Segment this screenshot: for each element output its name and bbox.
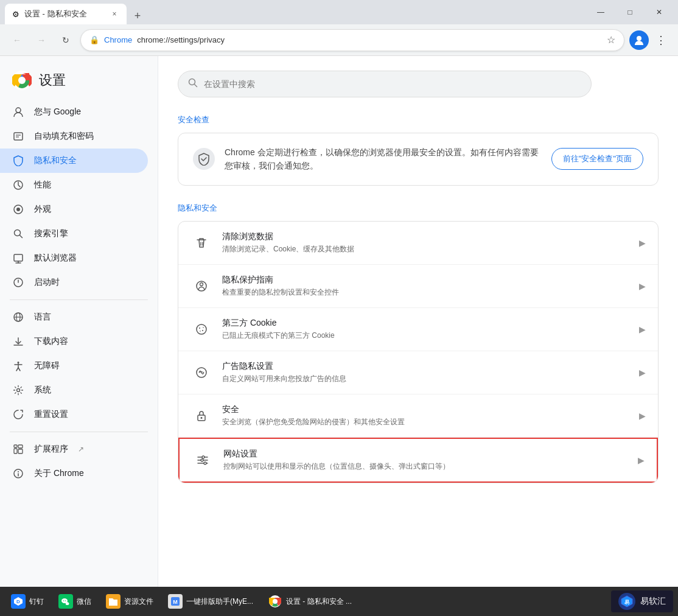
files-icon (106, 594, 121, 609)
google-icon (12, 106, 24, 118)
taskbar-chrome-settings[interactable]: 设置 - 隐私和安全 ... (262, 590, 358, 613)
sidebar-item-performance[interactable]: 性能 (0, 173, 148, 197)
sidebar-item-about[interactable]: 关于 Chrome (0, 461, 148, 486)
performance-icon (12, 179, 24, 191)
search-icon (188, 78, 198, 90)
active-tab[interactable]: ⚙ 设置 - 隐私和安全 × (5, 4, 127, 24)
settings-search-bar[interactable] (178, 71, 592, 97)
sidebar-divider-2 (10, 432, 148, 432)
privacy-item-security[interactable]: 安全 安全浏览（保护您免受危险网站的侵害）和其他安全设置 ▶ (178, 394, 658, 438)
privacy-item-privacy-guide[interactable]: 隐私保护指南 检查重要的隐私控制设置和安全控件 ▶ (178, 265, 658, 308)
address-bar[interactable]: 🔒 Chrome chrome://settings/privacy ☆ (80, 29, 624, 51)
close-button[interactable]: ✕ (645, 2, 673, 22)
privacy-item-ad-privacy[interactable]: 广告隐私设置 自定义网站可用来向您投放广告的信息 ▶ (178, 351, 658, 394)
taskbar-dingding[interactable]: D 钉钉 (5, 590, 50, 613)
sidebar-item-extensions-label: 扩展程序 (34, 444, 68, 455)
nav-right: ⋮ (629, 30, 671, 50)
svg-point-63 (65, 600, 66, 601)
sidebar: 设置 您与 Google 自动填充和密码 隐私和安全 (0, 56, 158, 587)
sidebar-title: 设置 (39, 71, 66, 89)
sidebar-item-autofill[interactable]: 自动填充和密码 (0, 124, 148, 149)
privacy-item-cookie[interactable]: 第三方 Cookie 已阻止无痕模式下的第三方 Cookie ▶ (178, 308, 658, 351)
ad-privacy-arrow: ▶ (639, 368, 646, 377)
taskbar-files[interactable]: 资源文件 (100, 590, 159, 613)
profile-button[interactable] (629, 30, 649, 50)
bookmark-icon[interactable]: ☆ (607, 34, 615, 46)
clear-data-title: 清除浏览数据 (222, 231, 629, 242)
sidebar-item-search-label: 搜索引擎 (34, 228, 68, 239)
sidebar-item-reset[interactable]: 重置设置 (0, 402, 148, 427)
security-text: 安全 安全浏览（保护您免受危险网站的侵害）和其他安全设置 (222, 404, 629, 427)
sidebar-item-default-browser-label: 默认浏览器 (34, 253, 77, 264)
language-icon (12, 311, 24, 323)
sidebar-item-download-label: 下载内容 (34, 336, 68, 347)
site-settings-arrow: ▶ (638, 455, 645, 465)
browser-frame: ⚙ 设置 - 隐私和安全 × + — □ ✕ ← → ↻ 🔒 Chrome ch… (0, 0, 678, 616)
taskbar-wechat[interactable]: 微信 (52, 590, 97, 613)
svg-point-46 (203, 327, 204, 328)
safety-card-description: Chrome 会定期进行检查，以确保您的浏览器使用最安全的设置。如有任何内容需要… (225, 145, 542, 173)
about-icon (12, 467, 24, 480)
site-settings-text: 网站设置 控制网站可以使用和显示的信息（位置信息、摄像头、弹出式窗口等） (223, 449, 628, 472)
address-right-icons: ☆ (607, 34, 615, 46)
sidebar-item-performance-label: 性能 (34, 180, 51, 191)
minimize-button[interactable]: — (587, 2, 615, 22)
menu-button[interactable]: ⋮ (651, 30, 671, 50)
security-arrow: ▶ (639, 411, 646, 421)
clear-data-text: 清除浏览数据 清除浏览记录、Cookie、缓存及其他数据 (222, 231, 629, 254)
sidebar-item-accessible[interactable]: 无障碍 (0, 354, 148, 378)
nav-bar: ← → ↻ 🔒 Chrome chrome://settings/privacy… (0, 24, 678, 56)
sidebar-item-default-browser[interactable]: 默认浏览器 (0, 246, 148, 270)
clear-data-icon (190, 232, 212, 254)
svg-point-44 (202, 330, 203, 331)
ad-privacy-title: 广告隐私设置 (222, 361, 629, 372)
svg-point-49 (201, 417, 203, 419)
svg-point-52 (202, 456, 204, 458)
dingding-icon: D (11, 594, 26, 609)
tab-close-button[interactable]: × (110, 9, 119, 19)
ad-privacy-text: 广告隐私设置 自定义网站可用来向您投放广告的信息 (222, 361, 629, 384)
sidebar-item-language-label: 语言 (34, 312, 51, 323)
taskbar-chrome-label: 设置 - 隐私和安全 ... (286, 597, 352, 607)
sidebar-item-search[interactable]: 搜索引擎 (0, 222, 148, 246)
taskbar-helper-label: 一键排版助手(MyE... (186, 597, 253, 607)
privacy-item-clear-data[interactable]: 清除浏览数据 清除浏览记录、Cookie、缓存及其他数据 ▶ (178, 222, 658, 265)
address-lock-icon: 🔒 (89, 35, 99, 44)
taskbar: D 钉钉 微信 资源文件 M 一键排版助手( (0, 587, 678, 616)
svg-line-26 (16, 368, 18, 371)
forward-button[interactable]: → (32, 30, 51, 50)
svg-point-5 (16, 108, 21, 113)
maximize-button[interactable]: □ (616, 2, 644, 22)
safety-check-button[interactable]: 前往"安全检查"页面 (551, 148, 643, 170)
sidebar-item-privacy[interactable]: 隐私和安全 (0, 149, 148, 173)
refresh-button[interactable]: ↻ (56, 30, 75, 50)
new-tab-button[interactable]: + (129, 7, 146, 24)
search-input[interactable] (204, 79, 581, 89)
taskbar-helper[interactable]: M 一键排版助手(MyE... (162, 590, 259, 613)
autofill-icon (12, 130, 24, 142)
sidebar-item-startup[interactable]: 启动时 (0, 270, 148, 295)
sidebar-item-google[interactable]: 您与 Google (0, 100, 148, 124)
svg-point-58 (204, 462, 206, 464)
clear-data-arrow: ▶ (639, 238, 646, 248)
svg-rect-31 (18, 449, 23, 453)
sidebar-item-download[interactable]: 下载内容 (0, 329, 148, 354)
svg-text:D: D (16, 599, 20, 604)
svg-rect-29 (14, 449, 17, 453)
back-button[interactable]: ← (7, 30, 27, 50)
sidebar-item-extensions[interactable]: 扩展程序 ↗ (0, 437, 148, 461)
sidebar-item-language[interactable]: 语言 (0, 305, 148, 329)
sidebar-item-appearance-label: 外观 (34, 204, 51, 215)
external-link-icon: ↗ (78, 445, 84, 453)
appearance-icon (12, 203, 24, 215)
sidebar-item-accessible-label: 无障碍 (34, 360, 60, 371)
privacy-item-site-settings[interactable]: 网站设置 控制网站可以使用和显示的信息（位置信息、摄像头、弹出式窗口等） ▶ (178, 438, 658, 483)
ad-privacy-desc: 自定义网站可用来向您投放广告的信息 (222, 374, 629, 384)
svg-point-34 (18, 471, 19, 472)
sidebar-item-system[interactable]: 系统 (0, 378, 148, 402)
wechat-icon (58, 594, 73, 609)
window-controls: — □ ✕ (587, 2, 673, 22)
sidebar-item-appearance[interactable]: 外观 (0, 197, 148, 222)
yiruan-brand[interactable]: 易 易软汇 (611, 590, 673, 612)
safety-card-text: Chrome 会定期进行检查，以确保您的浏览器使用最安全的设置。如有任何内容需要… (225, 145, 542, 173)
